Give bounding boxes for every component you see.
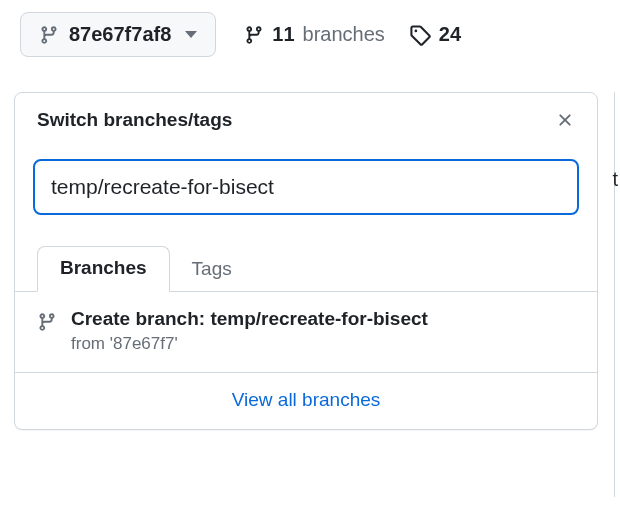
close-icon xyxy=(555,110,575,130)
search-wrapper xyxy=(15,147,597,219)
branches-label: branches xyxy=(303,23,385,46)
tags-link[interactable]: 24 xyxy=(409,23,461,46)
branches-link[interactable]: 11 branches xyxy=(244,23,385,46)
partial-border xyxy=(614,92,620,497)
view-all-branches-link[interactable]: View all branches xyxy=(15,373,597,429)
create-branch-row[interactable]: Create branch: temp/recreate-for-bisect … xyxy=(15,292,597,373)
create-branch-text: Create branch: temp/recreate-for-bisect … xyxy=(71,308,428,354)
branch-search-input[interactable] xyxy=(33,159,579,215)
branches-count: 11 xyxy=(272,23,294,46)
repo-meta-group: 11 branches 24 xyxy=(244,23,461,46)
repo-header-row: 87e67f7af8 11 branches 24 xyxy=(0,0,620,57)
branch-icon xyxy=(37,312,57,332)
tab-tags[interactable]: Tags xyxy=(170,248,254,292)
tabs-row: Branches Tags xyxy=(15,219,597,292)
close-button[interactable] xyxy=(555,110,575,130)
dropdown-title: Switch branches/tags xyxy=(37,109,232,131)
tags-count: 24 xyxy=(439,23,461,46)
tag-icon xyxy=(409,24,431,46)
caret-down-icon xyxy=(185,31,197,38)
tab-branches[interactable]: Branches xyxy=(37,246,170,292)
branch-switcher-dropdown: Switch branches/tags Branches Tags Creat… xyxy=(14,92,598,430)
create-branch-subtitle: from '87e67f7' xyxy=(71,334,428,354)
create-branch-title: Create branch: temp/recreate-for-bisect xyxy=(71,308,428,330)
dropdown-header: Switch branches/tags xyxy=(15,93,597,147)
branch-icon xyxy=(244,25,264,45)
stray-text: t xyxy=(612,168,618,191)
branch-ref-label: 87e67f7af8 xyxy=(69,23,171,46)
branch-select-button[interactable]: 87e67f7af8 xyxy=(20,12,216,57)
branch-icon xyxy=(39,25,59,45)
